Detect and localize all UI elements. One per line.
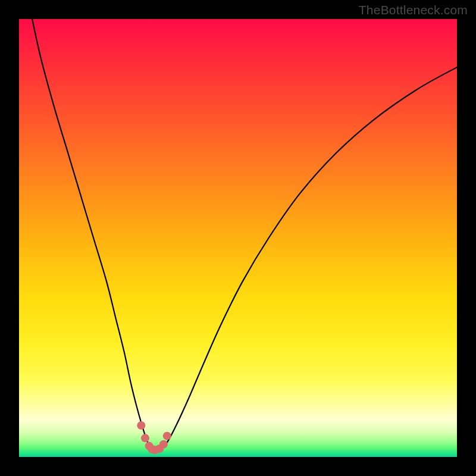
bottleneck-curve	[32, 19, 457, 452]
marker-point	[141, 434, 149, 442]
chart-svg	[19, 19, 457, 457]
marker-point	[137, 421, 145, 430]
marker-point	[163, 432, 171, 440]
marker-point	[159, 440, 168, 449]
watermark-text: TheBottleneck.com	[359, 3, 468, 17]
highlight-markers	[137, 421, 171, 454]
plot-area	[19, 19, 457, 457]
chart-frame: TheBottleneck.com	[0, 0, 476, 476]
